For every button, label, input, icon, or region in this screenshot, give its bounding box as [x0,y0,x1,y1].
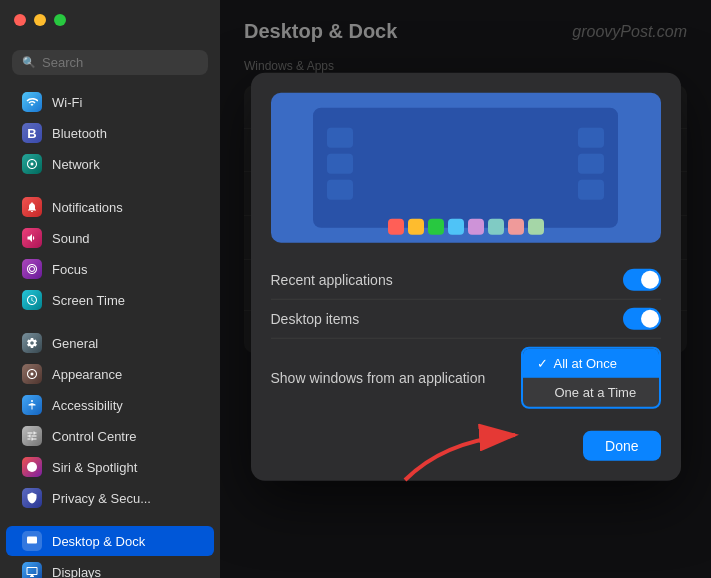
bluetooth-icon: B [22,123,42,143]
general-icon [22,333,42,353]
sidebar-item-label: Sound [52,231,90,246]
sidebar-item-label: Network [52,157,100,172]
show-windows-dropdown: ✓ All at Once One at a Time [521,347,661,409]
toggle-recent-apps[interactable] [623,269,661,291]
modal-row-recent: Recent applications [271,261,661,300]
search-icon: 🔍 [22,56,36,69]
sidebar-item-sound[interactable]: Sound [6,223,214,253]
sidebar-item-wifi[interactable]: Wi-Fi [6,87,214,117]
main-content: Desktop & Dock groovyPost.com Windows & … [220,0,711,578]
sidebar-item-appearance[interactable]: Appearance [6,359,214,389]
dock-app-icon [327,128,353,148]
dock-right-icons [578,128,604,200]
sidebar-item-bluetooth[interactable]: B Bluetooth [6,118,214,148]
displays-icon [22,562,42,578]
dock-icon-purple [468,219,484,235]
accessibility-icon [22,395,42,415]
dock-preview [271,93,661,243]
dock-icon-green [428,219,444,235]
sidebar-item-label: Wi-Fi [52,95,82,110]
dropdown-item-one-at-a-time[interactable]: One at a Time [523,378,659,407]
dock-icon-red [388,219,404,235]
dock-icon-pink [508,219,524,235]
sidebar-item-displays[interactable]: Displays [6,557,214,578]
sidebar-item-label: Privacy & Secu... [52,491,151,506]
sidebar-item-label: Screen Time [52,293,125,308]
maximize-button[interactable] [54,14,66,26]
checkmark-icon: ✓ [537,356,548,371]
notifications-icon [22,197,42,217]
search-input[interactable] [42,55,198,70]
dropdown-item-label: One at a Time [555,385,637,400]
sidebar: 🔍 Wi-Fi B Bluetooth Network Notification… [0,0,220,578]
control-icon [22,426,42,446]
dock-bar [388,219,544,235]
dock-app-icon [578,180,604,200]
traffic-lights [14,14,66,26]
sidebar-item-desktop-dock[interactable]: Desktop & Dock [6,526,214,556]
sidebar-item-label: Displays [52,565,101,579]
close-button[interactable] [14,14,26,26]
modal-footer: Done [271,431,661,461]
svg-point-1 [31,373,34,376]
screentime-icon [22,290,42,310]
sidebar-item-label: General [52,336,98,351]
dock-app-icon [327,154,353,174]
sidebar-item-label: Siri & Spotlight [52,460,137,475]
privacy-icon [22,488,42,508]
dock-app-icon [578,154,604,174]
svg-point-0 [31,163,34,166]
dock-icon-teal [488,219,504,235]
dropdown-item-label: All at Once [554,356,618,371]
appearance-icon [22,364,42,384]
wifi-icon [22,92,42,112]
svg-point-2 [31,400,33,402]
dock-icon-ltgreen [528,219,544,235]
sound-icon [22,228,42,248]
desktop-items-label: Desktop items [271,311,360,327]
sidebar-item-privacy[interactable]: Privacy & Secu... [6,483,214,513]
dock-left-icons [327,128,353,200]
sidebar-item-label: Accessibility [52,398,123,413]
recent-apps-label: Recent applications [271,272,393,288]
dock-inner [313,108,617,228]
sidebar-item-label: Desktop & Dock [52,534,145,549]
dock-icon-blue [448,219,464,235]
sidebar-item-screentime[interactable]: Screen Time [6,285,214,315]
modal-row-show-windows: Show windows from an application ✓ All a… [271,339,661,417]
dropdown-menu: ✓ All at Once One at a Time [521,347,661,409]
network-icon [22,154,42,174]
minimize-button[interactable] [34,14,46,26]
dock-app-icon [578,128,604,148]
sidebar-item-label: Bluetooth [52,126,107,141]
sidebar-item-label: Appearance [52,367,122,382]
sidebar-item-focus[interactable]: Focus [6,254,214,284]
dropdown-item-all-at-once[interactable]: ✓ All at Once [523,349,659,378]
sidebar-item-label: Control Centre [52,429,137,444]
sidebar-item-network[interactable]: Network [6,149,214,179]
search-bar[interactable]: 🔍 [12,50,208,75]
toggle-desktop-items[interactable] [623,308,661,330]
desktop-dock-icon [22,531,42,551]
sidebar-item-control[interactable]: Control Centre [6,421,214,451]
svg-rect-4 [27,537,37,544]
sidebar-item-label: Focus [52,262,87,277]
focus-icon [22,259,42,279]
dock-app-icon [327,180,353,200]
dock-icon-yellow [408,219,424,235]
sidebar-item-general[interactable]: General [6,328,214,358]
modal-dialog: Recent applications Desktop items Show w… [251,73,681,481]
done-button[interactable]: Done [583,431,660,461]
sidebar-item-label: Notifications [52,200,123,215]
svg-point-3 [27,462,37,472]
sidebar-item-siri[interactable]: Siri & Spotlight [6,452,214,482]
siri-icon [22,457,42,477]
modal-row-desktop: Desktop items [271,300,661,339]
show-windows-label: Show windows from an application [271,370,486,386]
sidebar-item-accessibility[interactable]: Accessibility [6,390,214,420]
sidebar-item-notifications[interactable]: Notifications [6,192,214,222]
